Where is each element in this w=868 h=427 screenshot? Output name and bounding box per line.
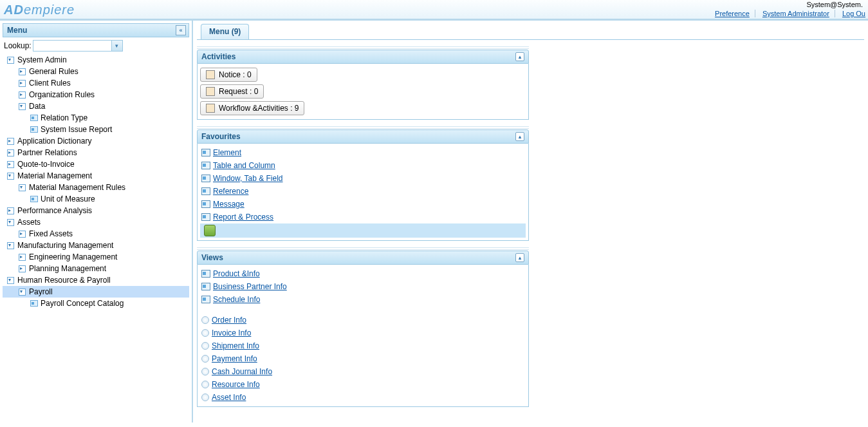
activities-collapse-icon[interactable]: ▴ [515,52,524,61]
folder-icon [6,207,15,215]
tree-node-client-rules[interactable]: Client Rules [3,77,189,89]
tree-node-quote-to-invoice[interactable]: Quote-to-Invoice [3,158,189,170]
favourites-body: Element Table and Column Window, Tab & F… [197,144,529,241]
window-icon [201,175,210,182]
window-icon [30,299,38,308]
panel-grip[interactable] [197,246,529,250]
sidebar-title: Menu [7,26,27,35]
view-link[interactable]: Shipment Info [212,341,259,350]
tree-node-label: Data [29,102,45,111]
tree-node-human-resource-payroll[interactable]: Human Resource & Payroll [3,274,189,286]
views-collapse-icon[interactable]: ▴ [515,253,524,262]
folder-icon [6,149,15,157]
view-link[interactable]: Product &Info [213,269,260,278]
tree-node-performance-analysis[interactable]: Performance Analysis [3,205,189,216]
view-link[interactable]: Invoice Info [212,328,251,337]
view-link[interactable]: Business Partner Info [213,282,287,291]
tree-node-label: Engineering Management [29,252,117,261]
tab-menu[interactable]: Menu (9) [201,24,249,39]
request-button[interactable]: Request : 0 [200,84,264,99]
tree-node-assets[interactable]: Assets [3,216,189,228]
view-link[interactable]: Schedule Info [213,295,260,304]
bulb-icon [201,394,209,401]
folder-icon [6,172,15,180]
favourite-item: Report & Process [200,211,526,223]
logout-link[interactable]: Log Ou [837,10,865,17]
view-item: Cash Journal Info [200,365,526,378]
tree-node-label: Client Rules [29,79,71,88]
workflow-button[interactable]: Workflow &Activities : 9 [200,101,304,115]
favourite-link[interactable]: Reference [213,187,248,196]
view-item: Payment Info [200,352,526,365]
tree-node-material-management[interactable]: Material Management [3,170,189,182]
notice-button[interactable]: Notice : 0 [200,68,257,82]
user-label: System@System. [710,0,865,9]
lookup-combo[interactable] [33,40,123,52]
folder-icon [6,218,15,227]
views-panel: Views ▴ Product &InfoBusiness Partner In… [197,246,529,407]
tree-node-relation-type[interactable]: Relation Type [3,112,189,124]
folder-icon [18,102,26,111]
tree-node-application-dictionary[interactable]: Application Dictionary [3,135,189,147]
tree-node-label: System Issue Report [41,125,112,134]
request-icon [206,87,215,96]
role-link[interactable]: System Administrator [757,10,835,17]
tree-node-manufacturing-management[interactable]: Manufacturing Management [3,240,189,251]
folder-icon [18,230,26,238]
folder-icon [18,184,26,192]
info-icon [201,296,210,303]
tree-node-fixed-assets[interactable]: Fixed Assets [3,228,189,240]
favourites-trash-row[interactable] [200,223,526,238]
workflow-icon [206,104,215,113]
tree-node-system-issue-report[interactable]: System Issue Report [3,124,189,135]
panel-grip[interactable] [197,125,529,129]
view-link[interactable]: Resource Info [212,380,260,389]
window-icon [201,162,210,169]
sidebar-collapse-button[interactable]: « [176,25,186,35]
tree-node-payroll-concept-catalog[interactable]: Payroll Concept Catalog [3,298,189,309]
tree-node-label: Payroll [29,287,53,296]
tree-node-general-rules[interactable]: General Rules [3,66,189,77]
favourites-panel: Favourites ▴ Element Table and Column Wi… [197,125,529,241]
folder-icon [18,68,26,76]
favourite-link[interactable]: Report & Process [213,213,273,222]
tree-node-label: Performance Analysis [17,206,92,215]
folder-icon [6,160,15,169]
tree-node-label: Organization Rules [29,90,95,99]
tree-node-material-management-rules[interactable]: Material Management Rules [3,182,189,193]
tree-node-unit-of-measure[interactable]: Unit of Measure [3,193,189,205]
view-item: Order Info [200,314,526,327]
view-item: Resource Info [200,378,526,391]
favourite-link[interactable]: Element [213,148,241,157]
tree-node-label: Payroll Concept Catalog [41,299,124,308]
tree-node-planning-management[interactable]: Planning Management [3,263,189,274]
tree-node-label: Application Dictionary [17,137,91,146]
folder-icon [18,253,26,261]
tree-node-engineering-management[interactable]: Engineering Management [3,251,189,263]
view-link[interactable]: Asset Info [212,393,246,402]
tree-node-label: Partner Relations [17,148,77,157]
bulb-icon [201,355,209,363]
tree-node-system-admin[interactable]: System Admin [3,54,189,66]
favourite-link[interactable]: Window, Tab & Field [213,174,283,183]
favourites-collapse-icon[interactable]: ▴ [515,132,524,141]
view-link[interactable]: Cash Journal Info [212,367,272,376]
view-link[interactable]: Payment Info [212,354,257,363]
tree-node-payroll[interactable]: Payroll [3,286,189,298]
favourite-link[interactable]: Table and Column [213,161,275,170]
tree-node-label: Planning Management [29,264,106,273]
bulb-icon [201,368,209,375]
views-body: Product &InfoBusiness Partner Info Sched… [197,265,529,407]
recycle-bin-icon [204,225,216,236]
tree-node-label: Quote-to-Invoice [17,160,75,169]
info-icon [201,283,210,290]
panel-grip[interactable] [197,45,529,49]
tree-node-data[interactable]: Data [3,100,189,112]
window-icon [201,149,210,157]
favourite-link[interactable]: Message [213,200,245,209]
tree-node-organization-rules[interactable]: Organization Rules [3,89,189,100]
tree-node-label: Material Management [17,171,92,180]
view-link[interactable]: Order Info [212,316,246,325]
tree-node-partner-relations[interactable]: Partner Relations [3,147,189,158]
preference-link[interactable]: Preference [710,10,755,17]
